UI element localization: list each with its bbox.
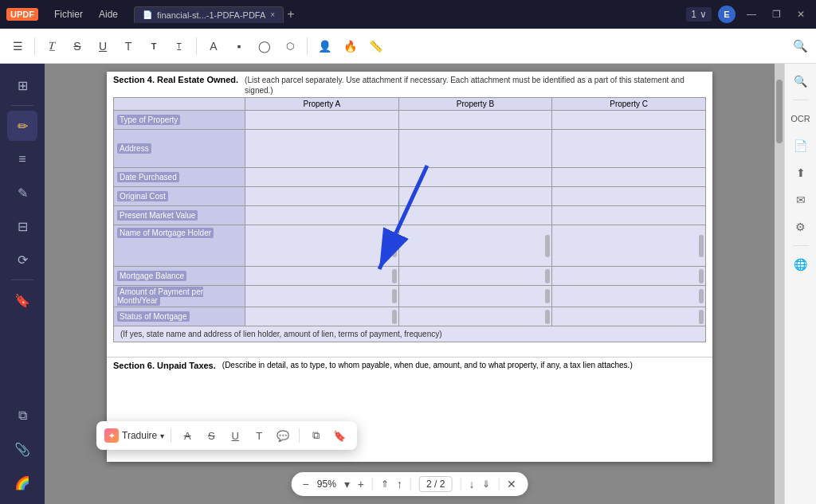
vertical-scrollbar[interactable] — [775, 64, 784, 504]
toolbar-separator-1 — [34, 37, 35, 55]
scroll-thumb[interactable] — [776, 80, 783, 143]
type-b-cell[interactable] — [398, 111, 552, 130]
tab-label: financial-st...-1-PDFA-PDFA — [157, 10, 265, 20]
page-dropdown-arrow[interactable]: ∨ — [700, 9, 707, 20]
sidebar-thumbnail-icon[interactable]: ⊞ — [7, 70, 37, 100]
ft-comment-btn[interactable]: 💬 — [273, 426, 292, 445]
toolbar-menu-icon[interactable]: ☰ — [6, 35, 29, 57]
toolbar-text-icon[interactable]: 𝑇̲ — [41, 35, 63, 57]
section4-header: Section 4. Real Estate Owned. (List each… — [107, 72, 712, 97]
holder-a-cell[interactable] — [245, 225, 399, 267]
ft-text-btn[interactable]: T — [249, 426, 269, 445]
zoom-dropdown-button[interactable]: ▾ — [344, 478, 350, 490]
sidebar-edit-icon[interactable]: ✎ — [7, 178, 37, 208]
toolbar-shape-poly-icon[interactable]: ⬡ — [279, 35, 301, 57]
holder-c-cell[interactable] — [552, 225, 706, 267]
zoom-out-button[interactable]: − — [303, 478, 309, 490]
balance-a-cell[interactable] — [245, 267, 399, 286]
type-a-cell[interactable] — [245, 111, 399, 130]
date-b-cell[interactable] — [398, 168, 552, 187]
ft-underline-btn[interactable]: U — [226, 426, 245, 445]
close-nav-bar-button[interactable]: ✕ — [507, 478, 516, 490]
cost-b-cell[interactable] — [398, 187, 552, 206]
table-row-payment: Amount of Payment per Month/Year — [114, 286, 706, 307]
menu-aide[interactable]: Aide — [92, 6, 124, 23]
new-tab-button[interactable]: + — [287, 7, 294, 21]
status-c-cell[interactable] — [552, 307, 706, 326]
address-a-cell[interactable] — [245, 130, 399, 168]
ft-strikethrough-btn[interactable]: A — [178, 426, 197, 445]
toolbar-fire-icon[interactable]: 🔥 — [339, 35, 361, 57]
toolbar-highlight-icon[interactable]: A — [202, 35, 225, 57]
nav-prev-button[interactable]: ↑ — [397, 478, 402, 490]
market-b-cell[interactable] — [398, 206, 552, 225]
rs-upload-icon[interactable]: ⬆ — [790, 162, 812, 184]
rs-save-icon[interactable]: 📄 — [790, 135, 812, 157]
rs-ocr-icon[interactable]: OCR — [790, 107, 812, 130]
payment-a-cell[interactable] — [245, 286, 399, 307]
ft-copy-btn[interactable]: ⧉ — [306, 426, 325, 445]
sidebar-layers-icon[interactable]: ⧉ — [7, 400, 37, 431]
payment-c-cell[interactable] — [552, 286, 706, 307]
sidebar-highlight-icon[interactable]: ✏ — [7, 111, 37, 141]
zoom-in-button[interactable]: + — [358, 478, 364, 490]
status-a-cell[interactable] — [245, 307, 399, 326]
cost-a-cell[interactable] — [245, 187, 399, 206]
toolbar-user-icon[interactable]: 👤 — [313, 35, 335, 57]
translate-dropdown-arrow[interactable]: ▾ — [160, 432, 164, 440]
search-icon[interactable]: 🔍 — [790, 37, 810, 56]
nav-last-button[interactable]: ⇓ — [482, 479, 490, 490]
sidebar-comment-icon[interactable]: ≡ — [7, 144, 37, 174]
rs-web-icon[interactable]: 🌐 — [790, 253, 812, 275]
page-number-nav[interactable]: 1 ∨ — [686, 7, 712, 21]
user-avatar[interactable]: E — [718, 6, 736, 23]
toolbar-ruler-icon[interactable]: 📏 — [364, 35, 386, 57]
main-toolbar: ☰ 𝑇̲ S U T T T̲ A ▪ ◯ ⬡ 👤 🔥 📏 🔍 — [0, 29, 816, 64]
rs-search-icon[interactable]: 🔍 — [790, 70, 812, 92]
close-button[interactable]: ✕ — [792, 9, 810, 20]
market-a-cell[interactable] — [245, 206, 399, 225]
table-row-address: Address — [114, 130, 706, 168]
sidebar-bookmark-icon[interactable]: 🔖 — [7, 285, 37, 315]
market-c-cell[interactable] — [552, 206, 706, 225]
restore-button[interactable]: ❐ — [767, 9, 786, 20]
sidebar-attachment-icon[interactable]: 📎 — [7, 434, 37, 464]
bottom-sep-2 — [410, 478, 411, 490]
date-c-cell[interactable] — [552, 168, 706, 187]
toolbar-underline-icon[interactable]: U — [92, 35, 114, 57]
nav-first-button[interactable]: ⇑ — [381, 479, 389, 490]
ft-strikethrough2-btn[interactable]: S — [202, 426, 221, 445]
tab-close-button[interactable]: × — [270, 10, 275, 19]
status-b-cell[interactable] — [398, 307, 552, 326]
date-a-cell[interactable] — [245, 168, 399, 187]
address-c-cell[interactable] — [552, 130, 706, 168]
toolbar-text-t1-icon[interactable]: T — [117, 35, 139, 57]
toolbar-shape-rect-icon[interactable]: ▪ — [228, 35, 250, 57]
section6-description: (Describe in detail, as to type, to whom… — [222, 361, 633, 369]
balance-c-cell[interactable] — [552, 267, 706, 286]
toolbar-shape-circle-icon[interactable]: ◯ — [253, 35, 276, 57]
active-tab[interactable]: 📄 financial-st...-1-PDFA-PDFA × — [134, 6, 284, 23]
toolbar-text-t3-icon[interactable]: T̲ — [168, 35, 190, 57]
ft-bookmark-btn[interactable]: 🔖 — [330, 426, 349, 445]
toolbar-text-t2-icon[interactable]: T — [143, 35, 165, 57]
cost-c-cell[interactable] — [552, 187, 706, 206]
rs-mail-icon[interactable]: ✉ — [790, 189, 812, 211]
floating-translate-toolbar: ✦ Traduire ▾ A S U T 💬 ⧉ 🔖 — [96, 421, 357, 450]
payment-b-cell[interactable] — [398, 286, 552, 307]
updf-logo[interactable]: UPDF — [6, 8, 38, 21]
nav-next-button[interactable]: ↓ — [469, 478, 474, 490]
col-property-b: Property B — [398, 98, 552, 111]
sidebar-organize-icon[interactable]: ⊟ — [7, 211, 37, 241]
sidebar-convert-icon[interactable]: ⟳ — [7, 244, 37, 275]
rs-settings-icon[interactable]: ⚙ — [790, 216, 812, 238]
holder-b-cell[interactable]: + — [398, 225, 552, 267]
sidebar-color-icon[interactable]: 🌈 — [7, 467, 37, 498]
minimize-button[interactable]: — — [742, 9, 761, 20]
balance-b-cell[interactable] — [398, 267, 552, 286]
main-area: ⊞ ✏ ≡ ✎ ⊟ ⟳ 🔖 ⧉ 📎 🌈 Section 4. Real Esta… — [0, 64, 816, 504]
address-b-cell[interactable] — [398, 130, 552, 168]
menu-fichier[interactable]: Fichier — [48, 6, 89, 23]
type-c-cell[interactable] — [552, 111, 706, 130]
toolbar-strikethrough-icon[interactable]: S — [66, 35, 88, 57]
